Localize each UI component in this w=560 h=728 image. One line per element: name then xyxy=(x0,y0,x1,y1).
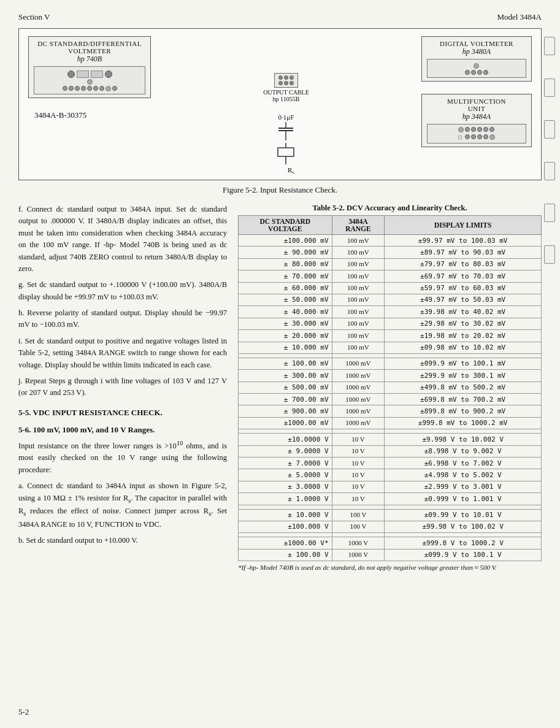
cable-model-text: hp 11055B xyxy=(273,96,300,102)
table-title: Table 5-2. DCV Accuracy and Linearity Ch… xyxy=(238,204,542,213)
limits-cell: ±39.98 mV to 40.02 mV xyxy=(385,306,542,318)
voltage-cell: ± 300.00 mV xyxy=(239,370,332,381)
table-row: ± 900.00 mV1000 mV±899.8 mV to 900.2 mV xyxy=(239,405,542,417)
limits-cell: ±999.8 V to 1000.2 V xyxy=(385,537,542,549)
range-cell: 1000 V xyxy=(332,549,385,561)
voltage-cell: ± 60.000 mV xyxy=(239,282,332,294)
section-55-text: 5-5. VDC INPUT RESISTANCE CHECK. xyxy=(18,408,163,417)
range-cell: 100 mV xyxy=(332,330,385,342)
spacer-cell xyxy=(332,353,385,358)
range-cell: 10 V xyxy=(332,493,385,505)
range-cell: 1000 mV xyxy=(332,394,385,405)
dc-standard-title-line1: DC STANDARD/DIFFERENTIAL xyxy=(34,40,145,47)
table-row: ± 100.00 mV1000 mV±099.9 mV to 100.1 mV xyxy=(239,358,542,369)
range-cell: 100 mV xyxy=(332,342,385,353)
range-cell: 100 mV xyxy=(332,270,385,282)
table-row: ± 60.000 mV100 mV±59.97 mV to 60.03 mV xyxy=(239,282,542,294)
range-cell: 100 V xyxy=(332,521,385,532)
range-cell: 100 mV xyxy=(332,306,385,318)
bind-2 xyxy=(69,86,74,91)
mf-bind-7 xyxy=(471,134,476,139)
mf-knob-2 xyxy=(489,134,495,140)
table-row: ± 7.0000 V10 V±6.998 V to 7.002 V xyxy=(239,458,542,469)
para-f-text: f. Connect dc standard output to 3484A i… xyxy=(18,205,227,273)
range-cell: 1000 mV xyxy=(332,381,385,393)
limits-cell: ±499.8 mV to 500.2 mV xyxy=(385,381,542,393)
voltage-cell: ±1000.00 mV xyxy=(239,417,332,429)
voltage-cell: ± 10.000 V xyxy=(239,509,332,521)
table-row: ± 9.0000 V10 V±8.998 V to 9.002 V xyxy=(239,445,542,457)
bind-5 xyxy=(87,86,92,91)
binding-posts-right xyxy=(544,0,555,264)
para-g: g. Set dc standard output to +.100000 V … xyxy=(18,279,227,303)
limits-cell: ±099.9 mV to 100.1 mV xyxy=(385,358,542,369)
range-cell: 100 mV xyxy=(332,318,385,329)
binding-row-1 xyxy=(37,86,142,91)
table-row: ±1000.00 mV1000 mV±999.8 mV to 1000.2 mV xyxy=(239,417,542,429)
table-row: ± 10.000 V100 V±09.99 V to 10.01 V xyxy=(239,509,542,521)
table-row: ± 70.000 mV100 mV±69.97 mV to 70.03 mV xyxy=(239,270,542,282)
bind-7 xyxy=(99,86,104,91)
dvm-knob-1 xyxy=(474,63,479,69)
voltage-cell: ± 20.000 mV xyxy=(239,330,332,342)
voltage-cell: ± 1.0000 V xyxy=(239,493,332,505)
range-cell: 100 mV xyxy=(332,247,385,258)
table-row: ± 10.000 mV100 mV±09.98 mV to 10.02 mV xyxy=(239,342,542,353)
table-row: ± 5.0000 V10 V±4.998 V to 5.002 V xyxy=(239,469,542,481)
spacer-cell xyxy=(239,533,332,537)
para-j: j. Repeat Steps g through i with line vo… xyxy=(18,375,227,399)
table-row: ± 300.00 mV1000 mV±299.9 mV to 300.1 mV xyxy=(239,370,542,381)
voltage-cell: ± 700.00 mV xyxy=(239,394,332,405)
limits-cell: ±8.998 V to 9.002 V xyxy=(385,445,542,457)
para-i-text: i. Set dc standard output to positive an… xyxy=(18,337,227,369)
mf-bind-8 xyxy=(477,134,482,139)
voltage-cell: ± 80.000 mV xyxy=(239,258,332,270)
range-cell: 100 V xyxy=(332,509,385,521)
limits-cell: ±2.999 V to 3.001 V xyxy=(385,481,542,492)
table-row: ± 40.000 mV100 mV±39.98 mV to 40.02 mV xyxy=(239,306,542,318)
limits-cell: ±69.97 mV to 70.03 mV xyxy=(385,270,542,282)
voltage-cell: ± 40.000 mV xyxy=(239,306,332,318)
voltage-cell: ±100.000 mV xyxy=(239,235,332,247)
range-cell: 100 mV xyxy=(332,258,385,270)
voltage-cell: ± 7.0000 V xyxy=(239,458,332,469)
digital-vm-box: DIGITAL VOLTMETER hp 3480A xyxy=(421,36,532,82)
binding-post-5 xyxy=(544,204,555,222)
table-row: ± 1.0000 V10 V±0.999 V to 1.001 V xyxy=(239,493,542,505)
limits-cell: ±59.97 mV to 60.03 mV xyxy=(385,282,542,294)
table-row: ± 500.00 mV1000 mV±499.8 mV to 500.2 mV xyxy=(239,381,542,393)
svg-text:Rs: Rs xyxy=(288,166,294,174)
content-row: f. Connect dc standard output to 3484A i… xyxy=(18,204,542,571)
limits-cell: ±99.97 mV to 100.03 mV xyxy=(385,235,542,247)
limits-cell: ±299.9 mV to 300.1 mV xyxy=(385,370,542,381)
range-cell: 1000 V xyxy=(332,537,385,549)
footnote-text: *If -hp- Model 740B is used as dc standa… xyxy=(238,564,497,571)
mf-bind-9 xyxy=(483,134,488,139)
col-header-2: 3484ARANGE xyxy=(332,216,385,235)
mf-model: hp 3484A xyxy=(427,112,526,121)
limits-cell: ±899.8 mV to 900.2 mV xyxy=(385,405,542,417)
diagram-caption-text: Figure 5-2. Input Resistance Check. xyxy=(223,185,337,194)
range-cell: 1000 mV xyxy=(332,405,385,417)
para-a: a. Connect dc standard to 3484A input as… xyxy=(18,480,227,531)
right-column: Table 5-2. DCV Accuracy and Linearity Ch… xyxy=(238,204,542,571)
capacitor-symbol xyxy=(274,122,298,140)
para-b: b. Set dc standard output to +10.000 V. xyxy=(18,535,227,546)
digital-vm-model: hp 3480A xyxy=(427,47,526,56)
limits-cell: ±6.998 V to 7.002 V xyxy=(385,458,542,469)
range-cell: 100 mV xyxy=(332,294,385,305)
voltage-cell: ± 3.0000 V xyxy=(239,481,332,492)
cable-label: OUTPUT CABLE hp 11055B xyxy=(263,89,309,102)
table-row: ±10.0000 V10 V±9.998 V to 10.002 V xyxy=(239,434,542,445)
range-cell: 100 mV xyxy=(332,282,385,294)
bind-3 xyxy=(75,86,80,91)
dvm-bind-3 xyxy=(477,70,482,75)
knob-1 xyxy=(67,71,75,78)
voltage-cell: ± 100.00 V xyxy=(239,549,332,561)
capacitor-label: 0·1μF xyxy=(278,113,294,121)
range-cell: 10 V xyxy=(332,469,385,481)
page-number: 5-2 xyxy=(18,707,29,717)
bind-1 xyxy=(63,86,67,91)
mf-bind-5 xyxy=(489,127,494,132)
para-i: i. Set dc standard output to positive an… xyxy=(18,335,227,371)
